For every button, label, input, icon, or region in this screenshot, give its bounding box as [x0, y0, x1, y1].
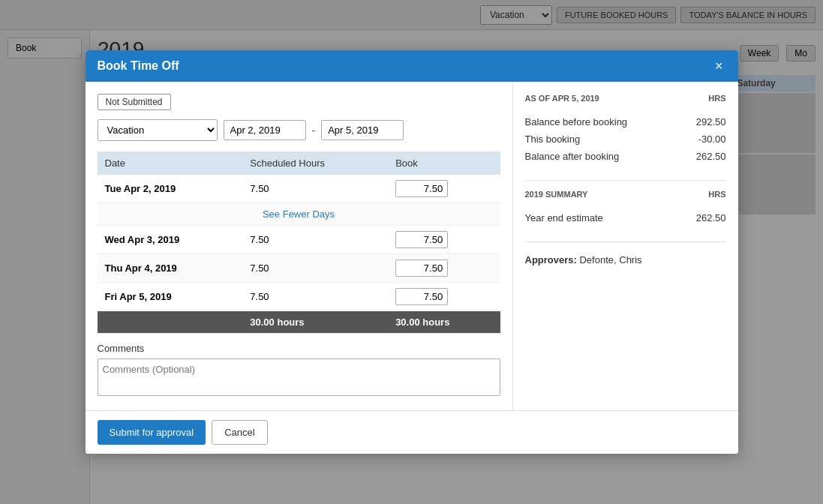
type-select[interactable]: Vacation Sick Personal [98, 119, 218, 141]
date-cell: Wed Apr 3, 2019 [98, 226, 243, 254]
date-separator: - [312, 124, 316, 136]
summary-header: 2019 SUMMARY HRS [525, 190, 726, 202]
col-date-header: Date [98, 152, 243, 175]
total-scheduled: 30.00 hours [242, 311, 388, 334]
date-cell: Thu Apr 4, 2019 [98, 254, 243, 283]
scheduled-cell: 7.50 [242, 254, 388, 283]
col-book-header: Book [388, 152, 500, 175]
balance-header: AS OF APR 5, 2019 HRS [525, 94, 726, 106]
total-book: 30.00 hours [388, 311, 500, 334]
divider [525, 180, 726, 181]
book-cell [388, 175, 500, 203]
book-input[interactable] [395, 288, 448, 305]
book-cell [388, 226, 500, 254]
table-row: Fri Apr 5, 20197.50 [98, 283, 500, 311]
hrs-label: HRS [708, 94, 725, 103]
table-row: Thu Apr 4, 20197.50 [98, 254, 500, 283]
total-empty [98, 311, 243, 334]
table-row: Wed Apr 3, 20197.50 [98, 226, 500, 254]
see-fewer-link[interactable]: See Fewer Days [98, 203, 500, 226]
summary-label: 2019 SUMMARY [525, 190, 588, 199]
scheduled-cell: 7.50 [242, 175, 388, 203]
modal-body: Not Submitted Vacation Sick Personal - [86, 82, 738, 410]
approvers-value: Defonte, Chris [579, 254, 641, 266]
this-booking-row: This booking -30.00 [525, 130, 726, 148]
balance-before-value: 292.50 [696, 116, 726, 128]
approvers-label: Approvers: [525, 254, 577, 266]
total-row: 30.00 hours30.00 hours [98, 311, 500, 334]
booking-table: Date Scheduled Hours Book Tue Apr 2, 201… [98, 152, 500, 334]
col-scheduled-header: Scheduled Hours [242, 152, 388, 175]
balance-after-label: Balance after booking [525, 151, 620, 162]
this-booking-label: This booking [525, 134, 581, 145]
modal-footer: Submit for approval Cancel [86, 410, 738, 454]
this-booking-value: -30.00 [698, 134, 726, 145]
date-cell: Fri Apr 5, 2019 [98, 283, 243, 311]
book-input[interactable] [395, 180, 448, 197]
table-row: Tue Apr 2, 20197.50 [98, 175, 500, 203]
comments-textarea[interactable] [98, 358, 500, 396]
status-badge: Not Submitted [98, 94, 171, 110]
scheduled-cell: 7.50 [242, 283, 388, 311]
approvers-row: Approvers: Defonte, Chris [525, 254, 726, 266]
balance-section: AS OF APR 5, 2019 HRS Balance before boo… [525, 94, 726, 165]
see-fewer-row: See Fewer Days [98, 203, 500, 226]
divider2 [525, 242, 726, 242]
as-of-label: AS OF APR 5, 2019 [525, 94, 599, 103]
balance-before-label: Balance before booking [525, 116, 628, 128]
summary-hrs: HRS [708, 190, 725, 199]
modal-right-panel: AS OF APR 5, 2019 HRS Balance before boo… [513, 82, 738, 410]
comments-label: Comments [98, 343, 500, 354]
date-cell: Tue Apr 2, 2019 [98, 175, 243, 203]
close-button[interactable]: × [712, 59, 726, 73]
end-date-input[interactable] [321, 120, 404, 140]
book-input[interactable] [395, 231, 448, 248]
book-input[interactable] [395, 260, 448, 277]
modal-title: Book Time Off [98, 59, 179, 73]
book-cell [388, 254, 500, 283]
date-row: Vacation Sick Personal - [98, 119, 500, 141]
modal-header: Book Time Off × [86, 50, 738, 82]
book-cell [388, 283, 500, 311]
book-time-off-modal: Book Time Off × Not Submitted Vacation S… [86, 50, 738, 454]
year-end-value: 262.50 [696, 212, 726, 224]
balance-after-value: 262.50 [696, 151, 726, 162]
balance-before-row: Balance before booking 292.50 [525, 113, 726, 130]
start-date-input[interactable] [224, 120, 306, 140]
year-end-row: Year end estimate 262.50 [525, 209, 726, 226]
cancel-button[interactable]: Cancel [212, 420, 267, 445]
scheduled-cell: 7.50 [242, 226, 388, 254]
balance-after-row: Balance after booking 262.50 [525, 148, 726, 165]
modal-left-panel: Not Submitted Vacation Sick Personal - [86, 82, 513, 410]
submit-button[interactable]: Submit for approval [98, 420, 206, 445]
modal-overlay: Book Time Off × Not Submitted Vacation S… [0, 0, 823, 504]
summary-section: 2019 SUMMARY HRS Year end estimate 262.5… [525, 190, 726, 226]
year-end-label: Year end estimate [525, 212, 603, 224]
